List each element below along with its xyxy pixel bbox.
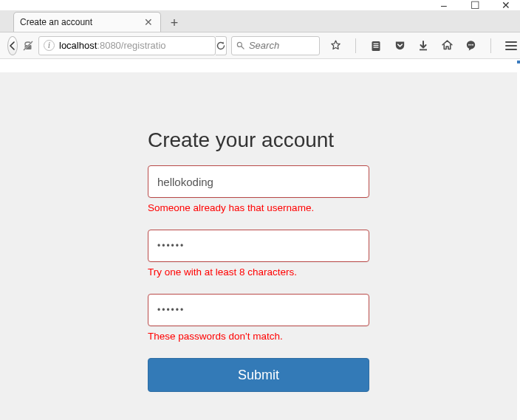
confirm-password-error: These passwords don't match. [148,331,369,342]
browser-tab[interactable]: Create an account ✕ [13,12,161,32]
browser-toolbar: i localhost:8080/registratio [0,32,520,59]
search-bar[interactable] [231,36,320,55]
back-button[interactable] [7,36,18,55]
svg-point-11 [468,44,470,46]
tab-strip: Create an account ✕ + [0,10,520,32]
tab-close-button[interactable]: ✕ [143,17,154,27]
page-heading: Create your account [148,128,369,152]
url-text: localhost:8080/registratio [59,40,166,51]
lock-slash-icon [22,40,34,52]
arrow-left-icon [8,41,17,50]
page-background: Create your account Someone already has … [0,72,517,420]
password-mask: •••••• [157,241,185,251]
password-field[interactable]: •••••• [148,230,369,262]
username-error: Someone already has that username. [148,202,369,213]
confirm-password-field[interactable]: •••••• [148,294,369,326]
page-info-icon[interactable]: i [44,40,55,51]
tab-title: Create an account [20,17,143,27]
page-viewport: Create your account Someone already has … [0,59,520,420]
svg-rect-9 [420,49,427,50]
toolbar-separator [355,38,356,53]
window-titlebar: – ☐ ✕ [0,0,520,10]
password-error: Try one with at least 8 characters. [148,266,369,278]
bookmark-star-icon[interactable] [329,39,342,52]
confirm-password-mask: •••••• [157,305,185,315]
svg-rect-7 [374,45,379,46]
svg-line-4 [242,47,244,49]
reload-button[interactable] [216,36,227,55]
username-field[interactable] [148,165,369,198]
toolbar-separator [490,38,491,53]
search-icon [236,41,244,50]
window-maximize-button[interactable]: ☐ [470,0,480,10]
svg-point-12 [470,44,471,46]
chat-icon[interactable] [464,39,477,52]
site-identity-button[interactable] [22,40,34,52]
pocket-icon[interactable] [393,39,406,52]
scroll-indicator [517,61,520,63]
reload-icon [216,41,226,51]
window-close-button[interactable]: ✕ [501,0,511,10]
home-icon[interactable] [440,39,454,52]
submit-button[interactable]: Submit [148,358,369,392]
svg-rect-8 [374,47,379,47]
menu-button[interactable] [504,39,518,52]
search-input[interactable] [249,40,315,51]
svg-rect-5 [372,41,380,51]
toolbar-icon-group [329,38,518,53]
address-bar[interactable]: i localhost:8080/registratio [38,36,216,55]
registration-form: Create your account Someone already has … [148,72,369,392]
reading-list-icon[interactable] [369,39,383,52]
username-input[interactable] [157,176,360,188]
downloads-icon[interactable] [417,39,430,52]
svg-point-13 [472,44,473,46]
hamburger-icon [505,41,517,50]
window-minimize-button[interactable]: – [439,0,449,10]
new-tab-button[interactable]: + [164,14,185,32]
svg-rect-6 [374,43,379,44]
